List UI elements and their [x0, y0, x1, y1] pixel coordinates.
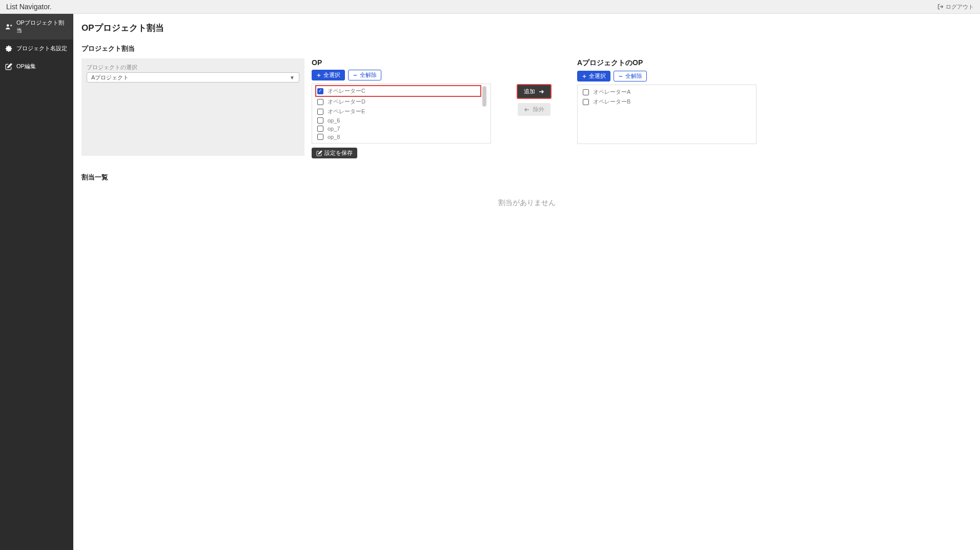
op-item[interactable]: オペレーターE	[316, 107, 480, 116]
arrow-right-icon	[538, 89, 544, 95]
edit-save-icon	[316, 150, 322, 156]
op-item-label: オペレーターA	[593, 88, 630, 96]
assigned-deselect-all-button[interactable]: 全解除	[614, 71, 647, 82]
checkbox[interactable]	[317, 134, 323, 140]
chevron-down-icon: ▼	[290, 75, 295, 80]
sidebar-item-label: OPプロジェクト割当	[16, 19, 68, 34]
op-item-label: op_6	[328, 117, 340, 124]
section-assign-title: プロジェクト割当	[81, 44, 972, 53]
sidebar-item-op-edit[interactable]: OP編集	[0, 57, 73, 75]
op-item[interactable]: ✓ オペレーターC	[315, 85, 481, 97]
op-available-column: OP 全選択 全解除	[312, 58, 491, 158]
op-assigned-column: AプロジェクトのOP 全選択 全解除	[577, 58, 757, 144]
sidebar-item-op-project-assign[interactable]: OPプロジェクト割当	[0, 14, 73, 39]
logout-label: ログアウト	[946, 3, 974, 11]
op-deselect-all-label: 全解除	[360, 72, 377, 78]
save-settings-label: 設定を保存	[324, 150, 353, 156]
checkbox[interactable]	[317, 99, 323, 105]
assigned-button-row: 全選択 全解除	[577, 71, 757, 82]
op-assigned-list: オペレーターA オペレーターB	[577, 85, 757, 144]
op-item-label: オペレーターD	[328, 98, 365, 106]
checkbox[interactable]	[317, 117, 323, 124]
assigned-select-all-label: 全選択	[589, 73, 606, 79]
assigned-heading: AプロジェクトのOP	[577, 58, 757, 68]
checkmark-icon: ✓	[318, 89, 322, 93]
project-select-label: プロジェクトの選択	[87, 64, 299, 71]
logout-icon	[937, 4, 944, 10]
op-item[interactable]: op_8	[316, 133, 480, 141]
add-button[interactable]: 追加	[517, 84, 552, 99]
user-assign-icon	[5, 23, 12, 30]
arrow-left-icon	[524, 107, 530, 113]
op-heading: OP	[312, 58, 491, 67]
sidebar-item-label: OP編集	[16, 63, 36, 70]
gear-icon	[5, 45, 12, 52]
app-title: List Navigator.	[6, 3, 52, 11]
edit-icon	[5, 63, 12, 70]
remove-button[interactable]: 除外	[518, 103, 550, 116]
minus-icon	[618, 74, 623, 79]
sidebar-item-label: プロジェクト名設定	[16, 45, 67, 52]
assignment-row: プロジェクトの選択 Aプロジェクト ▼ OP 全選択	[81, 58, 972, 158]
op-select-all-button[interactable]: 全選択	[312, 70, 345, 80]
op-item-label: op_8	[328, 134, 340, 140]
project-select-panel: プロジェクトの選択 Aプロジェクト ▼	[81, 58, 304, 156]
plus-icon	[316, 73, 321, 78]
assigned-deselect-all-label: 全解除	[625, 73, 642, 79]
add-label: 追加	[524, 88, 535, 95]
op-item[interactable]: オペレーターB	[582, 97, 752, 107]
svg-point-1	[7, 24, 9, 27]
op-button-row: 全選択 全解除	[312, 70, 491, 80]
remove-label: 除外	[533, 106, 544, 113]
op-item-label: オペレーターB	[593, 98, 630, 106]
checkbox[interactable]	[317, 109, 323, 115]
op-item-label: オペレーターC	[328, 87, 365, 95]
content: OPプロジェクト割当 プロジェクト割当 プロジェクトの選択 Aプロジェクト ▼ …	[73, 14, 980, 550]
main-container: OPプロジェクト割当 プロジェクト名設定 OP編集 OPプロジェクト割当	[0, 14, 980, 550]
op-item-label: オペレーターE	[328, 108, 365, 115]
assignment-list-section: 割当一覧 割当がありません	[81, 173, 972, 219]
op-item[interactable]: op_6	[316, 116, 480, 125]
op-item-label: op_7	[328, 126, 340, 132]
checkbox[interactable]	[317, 126, 323, 132]
empty-message: 割当がありません	[81, 187, 972, 219]
plus-icon	[582, 74, 587, 79]
project-select[interactable]: Aプロジェクト ▼	[87, 72, 299, 83]
logout-link[interactable]: ログアウト	[937, 3, 974, 11]
page-title: OPプロジェクト割当	[81, 22, 972, 34]
op-deselect-all-button[interactable]: 全解除	[348, 70, 381, 80]
project-select-value: Aプロジェクト	[91, 74, 129, 82]
scrollbar[interactable]	[482, 86, 486, 107]
assigned-select-all-button[interactable]: 全選択	[577, 71, 610, 82]
section-list-title: 割当一覧	[81, 173, 972, 182]
header: List Navigator. ログアウト	[0, 0, 980, 14]
checkbox[interactable]	[583, 89, 589, 95]
op-item[interactable]: オペレーターA	[582, 87, 752, 97]
sidebar-item-project-name-settings[interactable]: プロジェクト名設定	[0, 39, 73, 57]
transfer-column: 追加 除外	[498, 58, 570, 116]
sidebar: OPプロジェクト割当 プロジェクト名設定 OP編集	[0, 14, 73, 550]
op-select-all-label: 全選択	[323, 72, 340, 78]
minus-icon	[353, 73, 358, 78]
checkbox[interactable]: ✓	[317, 88, 323, 94]
op-available-list: ✓ オペレーターC オペレーターD オペレーターE	[312, 84, 491, 144]
save-settings-button[interactable]: 設定を保存	[312, 148, 357, 158]
op-item[interactable]: オペレーターD	[316, 97, 480, 107]
op-item[interactable]: op_7	[316, 125, 480, 133]
checkbox[interactable]	[583, 99, 589, 105]
